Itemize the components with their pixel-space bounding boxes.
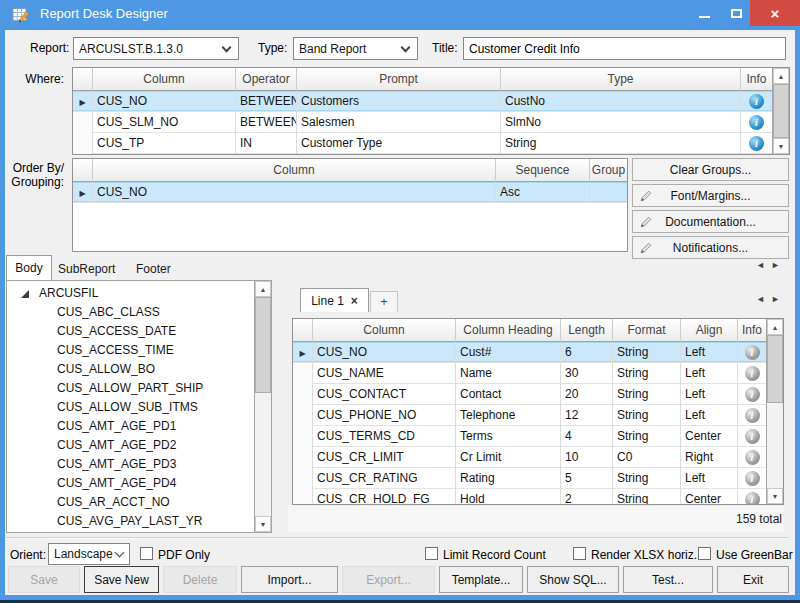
- where-cell-operator[interactable]: BETWEEN: [236, 91, 297, 112]
- scroll-right-icon[interactable]: ►: [771, 294, 786, 304]
- limit-record-count-checkbox[interactable]: [425, 547, 438, 560]
- tab-subreport[interactable]: SubReport: [58, 259, 115, 279]
- info-circle-gray-icon[interactable]: i: [745, 366, 760, 381]
- line-row[interactable]: CUS_CR_HOLD_FG Hold 2 String Center i: [293, 489, 766, 504]
- line-tab-scroll-arrows[interactable]: ◄►: [756, 294, 786, 304]
- type-combo[interactable]: Band Report: [293, 37, 418, 60]
- scroll-left-icon[interactable]: ◄: [756, 294, 771, 304]
- font-margins-button[interactable]: Font/Margins...: [632, 184, 789, 207]
- title-input[interactable]: [463, 37, 786, 60]
- info-circle-gray-icon[interactable]: i: [745, 450, 760, 465]
- delete-button[interactable]: Delete: [163, 566, 237, 593]
- line-cell-align[interactable]: Left: [681, 342, 738, 363]
- info-circle-blue-icon[interactable]: i: [749, 115, 764, 130]
- line-cell-format[interactable]: String: [613, 384, 681, 405]
- row-selector-cell[interactable]: [293, 468, 313, 489]
- line-header-length[interactable]: Length: [561, 319, 613, 342]
- row-selector-cell[interactable]: [293, 384, 313, 405]
- line-cell-length[interactable]: 2: [561, 489, 613, 504]
- line-cell-column[interactable]: CUS_TERMS_CD: [313, 426, 456, 447]
- export-button[interactable]: Export...: [342, 566, 435, 593]
- scroll-up-icon[interactable]: ▲: [767, 319, 783, 335]
- titlebar[interactable]: Report Desk Designer ×: [0, 0, 800, 30]
- order-cell-sequence[interactable]: Asc: [496, 182, 590, 203]
- tab-body[interactable]: Body: [6, 255, 52, 280]
- line-cell-format[interactable]: String: [613, 405, 681, 426]
- scroll-down-icon[interactable]: ▼: [255, 516, 271, 532]
- info-circle-gray-icon[interactable]: i: [745, 429, 760, 444]
- save-new-button[interactable]: Save New: [84, 566, 159, 593]
- tree-item[interactable]: CUS_AMT_AGE_PD2: [7, 436, 254, 455]
- line-row[interactable]: CUS_TERMS_CD Terms 4 String Center i: [293, 426, 766, 447]
- where-cell-column[interactable]: CUS_SLM_NO: [93, 112, 236, 133]
- row-selector-cell[interactable]: [73, 112, 93, 133]
- pdf-only-checkbox[interactable]: [140, 547, 153, 560]
- line-cell-length[interactable]: 12: [561, 405, 613, 426]
- where-cell-operator[interactable]: BETWEEN: [236, 112, 297, 133]
- order-by-row[interactable]: ▶ CUS_NO Asc: [73, 182, 627, 203]
- where-cell-info[interactable]: i: [741, 91, 772, 112]
- line-cell-length[interactable]: 20: [561, 384, 613, 405]
- where-cell-column[interactable]: CUS_TP: [93, 133, 236, 154]
- line-cell-length[interactable]: 4: [561, 426, 613, 447]
- line-row[interactable]: CUS_PHONE_NO Telephone 12 String Left i: [293, 405, 766, 426]
- where-header-prompt[interactable]: Prompt: [297, 68, 501, 91]
- row-selector-cell[interactable]: [293, 426, 313, 447]
- info-circle-blue-icon[interactable]: i: [749, 136, 764, 151]
- where-row[interactable]: CUS_SLM_NO BETWEEN Salesmen SlmNo i: [73, 112, 772, 133]
- line-cell-format[interactable]: String: [613, 426, 681, 447]
- line-row[interactable]: CUS_CR_LIMIT Cr Limit 10 C0 Right i: [293, 447, 766, 468]
- line-cell-column[interactable]: CUS_NO: [313, 342, 456, 363]
- line-header-info[interactable]: Info: [738, 319, 766, 342]
- tree-item[interactable]: CUS_ALLOW_PART_SHIP: [7, 379, 254, 398]
- scroll-up-icon[interactable]: ▲: [773, 68, 789, 84]
- row-selector-cell[interactable]: [293, 405, 313, 426]
- row-selector-cell[interactable]: ▶: [73, 91, 93, 112]
- line-cell-column[interactable]: CUS_PHONE_NO: [313, 405, 456, 426]
- add-line-tab[interactable]: +: [370, 291, 398, 312]
- line-cell-info[interactable]: i: [738, 405, 766, 426]
- clear-groups-button[interactable]: Clear Groups...: [632, 158, 789, 181]
- info-circle-gray-icon[interactable]: i: [745, 492, 760, 504]
- where-cell-prompt[interactable]: Customers: [297, 91, 501, 112]
- where-grid-scrollbar[interactable]: ▲ ▼: [772, 68, 789, 154]
- tree-root-arcusfil[interactable]: ARCUSFIL: [7, 284, 254, 303]
- minimize-button[interactable]: [690, 0, 718, 26]
- line-cell-format[interactable]: String: [613, 468, 681, 489]
- scroll-up-icon[interactable]: ▲: [255, 281, 271, 297]
- line-cell-info[interactable]: i: [738, 384, 766, 405]
- info-circle-gray-icon[interactable]: i: [745, 471, 760, 486]
- line-cell-heading[interactable]: Cr Limit: [456, 447, 561, 468]
- line-row[interactable]: CUS_CONTACT Contact 20 String Left i: [293, 384, 766, 405]
- order-header-column[interactable]: Column: [93, 159, 496, 182]
- line-cell-heading[interactable]: Contact: [456, 384, 561, 405]
- row-selector-cell[interactable]: ▶: [293, 342, 313, 363]
- line-cell-heading[interactable]: Hold: [456, 489, 561, 504]
- where-row[interactable]: ▶ CUS_NO BETWEEN Customers CustNo i: [73, 91, 772, 112]
- where-cell-info[interactable]: i: [741, 112, 772, 133]
- scroll-left-icon[interactable]: ◄: [756, 260, 771, 270]
- line-cell-format[interactable]: String: [613, 342, 681, 363]
- use-greenbar-checkbox[interactable]: [698, 547, 711, 560]
- line-row[interactable]: ▶ CUS_NO Cust# 6 String Left i: [293, 342, 766, 363]
- maximize-button[interactable]: [722, 0, 750, 26]
- import-button[interactable]: Import...: [241, 566, 338, 593]
- close-tab-icon[interactable]: ×: [351, 294, 358, 308]
- tree-item[interactable]: CUS_ACCESS_TIME: [7, 341, 254, 360]
- scroll-down-icon[interactable]: ▼: [767, 488, 783, 504]
- info-circle-gray-icon[interactable]: i: [745, 408, 760, 423]
- where-cell-info[interactable]: i: [741, 133, 772, 154]
- test-button[interactable]: Test...: [623, 566, 713, 593]
- where-cell-type[interactable]: SlmNo: [501, 112, 741, 133]
- row-selector-cell[interactable]: [293, 363, 313, 384]
- close-button[interactable]: ×: [750, 0, 800, 26]
- where-header-type[interactable]: Type: [501, 68, 741, 91]
- line-cell-column[interactable]: CUS_CR_LIMIT: [313, 447, 456, 468]
- scroll-down-icon[interactable]: ▼: [773, 138, 789, 154]
- line-row[interactable]: CUS_NAME Name 30 String Left i: [293, 363, 766, 384]
- line-cell-column[interactable]: CUS_CR_RATING: [313, 468, 456, 489]
- line-cell-align[interactable]: Center: [681, 489, 738, 504]
- where-header-operator[interactable]: Operator: [236, 68, 297, 91]
- line-cell-column[interactable]: CUS_NAME: [313, 363, 456, 384]
- row-selector-cell[interactable]: [293, 489, 313, 504]
